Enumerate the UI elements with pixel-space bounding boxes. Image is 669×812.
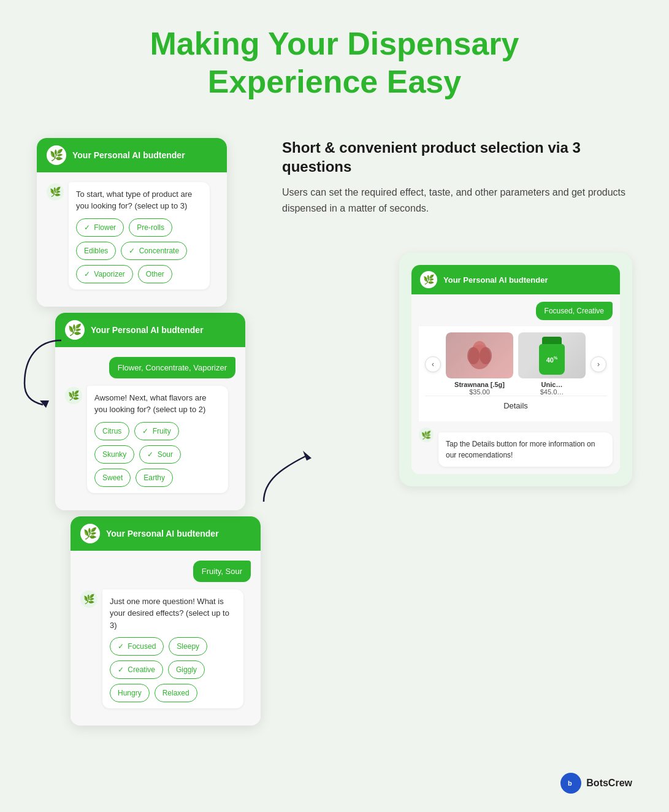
user-message-row-3: Fruity, Sour: [80, 561, 251, 582]
chat-header-1: 🌿 Your Personal AI budtender: [37, 138, 227, 172]
chip-hungry[interactable]: Hungry: [110, 684, 150, 702]
user-bubble-3: Fruity, Sour: [193, 561, 251, 582]
botscrew-label: BotsCrew: [586, 778, 632, 789]
chip-other[interactable]: Other: [138, 265, 172, 283]
product-section: 🌿 Your Personal AI budtender Focused, Cr…: [282, 253, 632, 486]
product-user-row: Focused, Creative: [419, 302, 613, 320]
product-bot-message: Tap the Details button for more informat…: [438, 432, 613, 467]
title-line-1: Making Your Dispensary: [150, 26, 519, 61]
carousel-next-button[interactable]: ›: [591, 356, 606, 372]
product-image-1: [446, 332, 513, 378]
svg-point-4: [467, 347, 480, 364]
bot-bubble-2: Awsome! Next, what flavors are you looki…: [87, 386, 228, 493]
left-column: 🌿 Your Personal AI budtender 🌿 To start,…: [37, 138, 258, 726]
chip-concentrate[interactable]: ✓ Concentrate: [121, 242, 187, 260]
product-chat-body: Focused, Creative ‹: [411, 294, 620, 474]
chips-3: ✓ Focused Sleepy ✓ Creative Giggly Hungr…: [110, 637, 236, 702]
bot-message-row-1: 🌿 To start, what type of product are you…: [47, 182, 217, 289]
product-price-1: $35.00: [446, 388, 513, 396]
chips-1: ✓ Flower Pre-rolls Edibles ✓ Concentrate…: [76, 218, 202, 283]
chip-focused[interactable]: ✓ Focused: [110, 637, 164, 656]
product-item-2: 40% Unic… $45.0…: [518, 332, 586, 396]
product-carousel: ‹: [419, 326, 613, 421]
chip-vaporizer[interactable]: ✓ Vaporizer: [76, 265, 133, 283]
chip-sour[interactable]: ✓ Sour: [139, 445, 181, 464]
product-user-bubble: Focused, Creative: [536, 302, 613, 320]
product-name-2: Unic…: [518, 381, 586, 388]
title-line-2: Experience Easy: [208, 64, 461, 99]
botscrew-svg: b: [565, 777, 577, 789]
chip-earthy[interactable]: Earthy: [136, 469, 173, 487]
product-bot-row: 🌿 Tap the Details button for more inform…: [419, 427, 613, 467]
right-column: Short & convenient product selection via…: [282, 138, 632, 487]
user-message-row-2: Flower, Concentrate, Vaporizer: [65, 357, 235, 378]
chips-2: Citrus ✓ Fruity Skunky ✓ Sour Sweet Eart…: [94, 422, 221, 487]
chat-card-1: 🌿 Your Personal AI budtender 🌿 To start,…: [37, 138, 227, 307]
product-flower-bg: [446, 332, 513, 378]
chip-flower[interactable]: ✓ Flower: [76, 218, 124, 237]
chat-body-1: 🌿 To start, what type of product are you…: [37, 172, 227, 307]
bot-bubble-1: To start, what type of product are you l…: [69, 182, 210, 289]
carousel-prev-button[interactable]: ‹: [425, 356, 441, 372]
chip-creative[interactable]: ✓ Creative: [110, 661, 163, 679]
carousel-items: Strawnana [.5g] $35.00: [446, 332, 586, 396]
details-button[interactable]: Details: [425, 396, 606, 415]
feature-title: Short & convenient product selection via…: [282, 138, 632, 176]
inner-product-card: 🌿 Your Personal AI budtender Focused, Cr…: [411, 265, 620, 474]
product-name-1: Strawnana [.5g]: [446, 381, 513, 388]
flower-icon: [464, 339, 495, 372]
product-price-2: $45.0…: [518, 388, 586, 396]
product-chat-header: 🌿 Your Personal AI budtender: [411, 265, 620, 294]
carousel-nav: ‹: [425, 332, 606, 396]
feature-description: Users can set the required effect, taste…: [282, 185, 632, 216]
chat-header-title-3: Your Personal AI budtender: [106, 529, 219, 538]
product-pill-bg: 40%: [518, 332, 586, 378]
chip-sleepy[interactable]: Sleepy: [169, 637, 207, 656]
bot-avatar-3: 🌿: [80, 591, 97, 608]
bot-bubble-3: Just one more question! What is your des…: [102, 589, 243, 709]
arrow-connector-2: [245, 443, 319, 505]
bot-text-2: Awsome! Next, what flavors are you looki…: [94, 393, 207, 415]
svg-text:b: b: [568, 779, 572, 787]
chat-header-3: 🌿 Your Personal AI budtender: [71, 516, 261, 551]
product-item-1: Strawnana [.5g] $35.00: [446, 332, 513, 396]
product-bot-icon: 🌿: [420, 271, 437, 288]
product-card: 🌿 Your Personal AI budtender Focused, Cr…: [399, 253, 632, 486]
svg-marker-1: [303, 451, 312, 461]
chip-giggly[interactable]: Giggly: [168, 661, 205, 679]
user-bubble-2: Flower, Concentrate, Vaporizer: [109, 357, 235, 378]
page-wrapper: Making Your Dispensary Experience Easy 🌿…: [0, 0, 669, 762]
botscrew-logo: b BotsCrew: [560, 773, 632, 794]
chip-prerolls[interactable]: Pre-rolls: [129, 218, 172, 237]
product-chat-title: Your Personal AI budtender: [443, 275, 548, 285]
botscrew-icon: b: [560, 773, 581, 794]
chat-header-title-1: Your Personal AI budtender: [72, 150, 185, 160]
product-bot-avatar: 🌿: [419, 427, 434, 442]
chat-header-2: 🌿 Your Personal AI budtender: [55, 313, 245, 347]
bot-avatar-1: 🌿: [47, 183, 64, 201]
chat-body-3: Fruity, Sour 🌿 Just one more question! W…: [71, 551, 261, 726]
bot-message-row-3: 🌿 Just one more question! What is your d…: [80, 589, 251, 709]
bot-icon-3: 🌿: [80, 524, 100, 543]
chip-citrus[interactable]: Citrus: [94, 422, 129, 440]
feature-text-block: Short & convenient product selection via…: [282, 138, 632, 216]
chat-card-3: 🌿 Your Personal AI budtender Fruity, Sou…: [71, 516, 261, 726]
chip-edibles[interactable]: Edibles: [76, 242, 116, 260]
chat-card-2: 🌿 Your Personal AI budtender Flower, Con…: [55, 313, 245, 510]
bot-icon-1: 🌿: [47, 145, 66, 165]
bot-message-row-2: 🌿 Awsome! Next, what flavors are you loo…: [65, 386, 235, 493]
bot-text-3: Just one more question! What is your des…: [110, 597, 229, 630]
chip-skunky[interactable]: Skunky: [94, 445, 134, 464]
chip-relaxed[interactable]: Relaxed: [155, 684, 197, 702]
main-title: Making Your Dispensary Experience Easy: [37, 25, 632, 101]
content-area: 🌿 Your Personal AI budtender 🌿 To start,…: [37, 138, 632, 726]
product-image-2: 40%: [518, 332, 586, 378]
chat-body-2: Flower, Concentrate, Vaporizer 🌿 Awsome!…: [55, 347, 245, 510]
chat-header-title-2: Your Personal AI budtender: [91, 325, 204, 335]
arrow-connector-1: [18, 334, 74, 408]
chip-fruity[interactable]: ✓ Fruity: [134, 422, 178, 440]
chip-sweet[interactable]: Sweet: [94, 469, 131, 487]
svg-point-5: [480, 347, 492, 364]
bot-text-1: To start, what type of product are you l…: [76, 190, 192, 211]
